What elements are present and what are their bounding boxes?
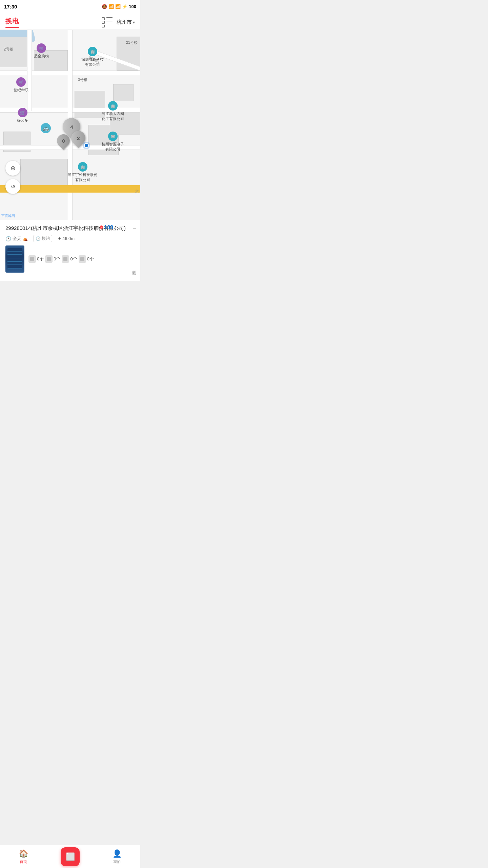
poi-icon-shiji: 🛒 — [16, 77, 26, 87]
poi-shiji[interactable]: 🛒 世纪华联 — [14, 77, 28, 93]
locate-icon: ⊕ — [11, 164, 16, 172]
grid-cell — [102, 21, 105, 24]
cluster-number-4: 4 — [70, 124, 73, 130]
grid-row-top — [102, 17, 113, 20]
distance-text: 46.0m — [62, 236, 75, 241]
poi-label-haoyouduo: 好又多 — [17, 118, 28, 123]
poi-label-hangzhou-zhiyuan: 杭州智源电子有限公司 — [102, 142, 124, 152]
grid-line — [106, 21, 113, 22]
slot-icon-1 — [28, 255, 36, 263]
camp-icon: ⛺ — [23, 236, 28, 241]
history-icon: ↺ — [11, 183, 15, 190]
signal-icon: 📶 — [115, 4, 121, 9]
poi-label-pinquan: 品全购物 — [34, 54, 49, 59]
poi-hangzhou-zhiyuan[interactable]: 🏢 杭州智源电子有限公司 — [102, 132, 124, 152]
hours-badge: 🕐 全天 ⛺ — [5, 236, 28, 242]
header-left: 换电 — [5, 17, 19, 28]
wifi-icon: 📶 — [108, 4, 114, 9]
road-arrow-right: → — [119, 158, 123, 163]
slot-item-1: 0个 — [28, 255, 44, 263]
station-title: 299280014(杭州市余杭区浙江宇松科技股份有限公司) — [5, 224, 135, 232]
yellow-road: ← → — [0, 185, 140, 193]
poi-icon-hangzhou-zhiyuan: 🏢 — [108, 132, 118, 141]
clock-icon: 🕐 — [5, 236, 11, 241]
reserve-text: 预约 — [42, 236, 50, 241]
slot-icon-4 — [79, 255, 86, 263]
status-bar: 17:30 🔕 📶 📶 ⚡ 100 — [0, 0, 140, 12]
hours-text: 全天 — [13, 236, 21, 242]
slot-icon-inner-3 — [63, 257, 67, 261]
poi-label-zhejiangyuan: 浙江浙大方圆化工有限公司 — [102, 111, 124, 121]
charging-icon: ⚡ — [122, 4, 127, 9]
cluster-number-0: 0 — [62, 138, 65, 144]
baidu-logo: 百度地图 — [1, 214, 15, 218]
poi-icon-yusong: 🏢 — [78, 162, 87, 172]
signal-bar-2 — [97, 227, 98, 229]
scan-number: 100 — [104, 224, 113, 231]
reserve-clock-icon: 🕐 — [36, 236, 41, 241]
grid-line — [106, 17, 113, 18]
poi-yusong[interactable]: 🏢 浙江宇松科技股份有限公司 — [68, 162, 98, 182]
signal-bar-3 — [98, 226, 99, 229]
poi-icon-pinquan: 🛒 — [37, 43, 46, 53]
explore-button[interactable]: 测 — [132, 270, 136, 276]
header-right: 杭州市 ▾ — [102, 17, 135, 27]
history-button[interactable]: ↺ — [5, 179, 20, 194]
signal-bar-1 — [96, 228, 97, 229]
locate-button[interactable]: ⊕ — [5, 161, 20, 176]
poi-label-shiji: 世纪华联 — [14, 87, 28, 93]
scan-indicator: ✕ 100 — [96, 224, 113, 231]
signal-cross-icon: ✕ — [100, 225, 103, 229]
poi-zhejiangyuan[interactable]: 🏢 浙江浙大方圆化工有限公司 — [102, 101, 124, 121]
status-icons: 🔕 📶 📶 ⚡ 100 — [102, 4, 136, 9]
slot-count-4: 0个 — [87, 256, 94, 262]
card-body: 0个 0个 0个 0个 测 — [5, 245, 135, 273]
poi-pinquan[interactable]: 🛒 品全购物 — [34, 43, 49, 59]
city-selector[interactable]: 杭州市 ▾ — [117, 19, 135, 25]
slot-icon-2 — [45, 255, 53, 263]
mute-icon: 🔕 — [102, 4, 107, 9]
slot-item-2: 0个 — [45, 255, 60, 263]
navigation-icon: ✈ — [58, 236, 61, 241]
slot-icon-inner-4 — [80, 257, 84, 261]
grid-row-bot — [102, 25, 113, 27]
poi-icon-shenzhen: 🏢 — [88, 47, 97, 56]
slot-item-4: 0个 — [79, 255, 94, 263]
reserve-badge[interactable]: 🕐 预约 — [33, 235, 52, 242]
distance-badge: ✈ 46.0m — [58, 236, 75, 241]
slot-icon-inner-2 — [47, 257, 51, 261]
grid-cell — [102, 25, 105, 27]
slot-count-3: 0个 — [70, 256, 77, 262]
cluster-number-2: 2 — [77, 135, 80, 141]
map-container[interactable]: ← → 2号楼 3号楼 21号楼 荆大线 永 50 🛒 品全购物 🛒 世纪华联 … — [0, 30, 140, 220]
poi-icon-zhejiangyuan: 🏢 — [108, 101, 118, 111]
signal-bars: ✕ — [96, 226, 103, 229]
poi-label-yusong: 浙江宇松科技股份有限公司 — [68, 172, 98, 182]
slot-counts: 0个 0个 0个 0个 — [28, 245, 135, 273]
road-v2 — [27, 30, 32, 111]
slot-item-3: 0个 — [62, 255, 77, 263]
dash-separator: – — [133, 224, 136, 232]
building-block — [113, 84, 134, 101]
station-image — [5, 245, 24, 273]
building-block — [0, 37, 27, 67]
building-block — [75, 91, 105, 118]
poi-haoyouduo[interactable]: 🛒 好又多 — [17, 108, 28, 123]
slot-count-2: 0个 — [54, 256, 60, 262]
title-underline — [5, 27, 19, 28]
poi-shenzhen[interactable]: 🏢 深圳城铄科技有限公司 — [81, 47, 104, 67]
grid-line — [106, 25, 113, 25]
status-time: 17:30 — [4, 4, 17, 9]
grid-list-icon[interactable] — [102, 17, 113, 27]
grid-cell — [102, 17, 105, 20]
chevron-down-icon: ▾ — [133, 20, 135, 25]
info-row-badges: 🕐 全天 ⛺ 🕐 预约 ✈ 46.0m — [5, 235, 135, 242]
slot-icon-3 — [62, 255, 69, 263]
page-title: 换电 — [5, 17, 19, 27]
bus-stop-marker[interactable]: 🚌 — [41, 123, 51, 133]
poi-icon-haoyouduo: 🛒 — [18, 108, 27, 117]
current-location-dot — [84, 143, 89, 148]
slot-icon-inner-1 — [30, 257, 34, 261]
grid-row-mid — [102, 21, 113, 24]
city-name: 杭州市 — [117, 19, 132, 25]
